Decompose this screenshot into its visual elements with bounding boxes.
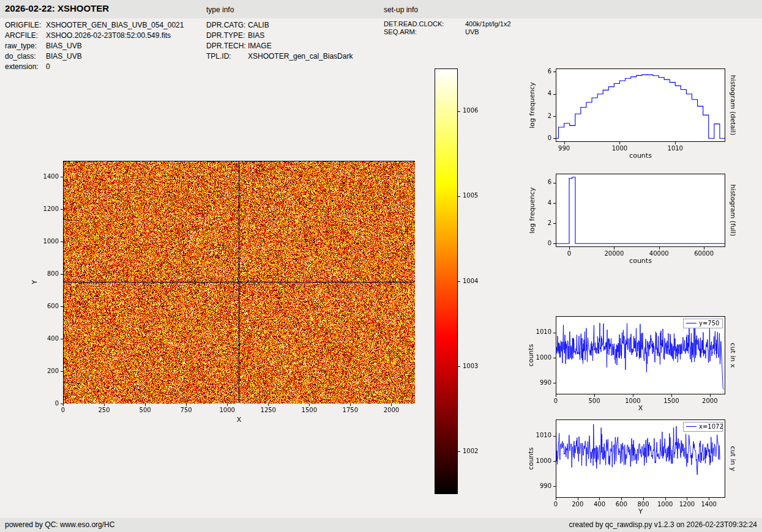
- page-title: 2026-02-22: XSHOOTER: [5, 3, 109, 13]
- metadata-label: SEQ.ARM:: [384, 28, 465, 36]
- metadata-label: DPR.TECH:: [206, 41, 248, 51]
- metadata-label: TPL.ID:: [206, 51, 248, 62]
- metadata-label: ORIGFILE:: [5, 20, 46, 31]
- metadata-label: do_class:: [5, 51, 46, 62]
- metadata-label: DET.READ.CLOCK:: [384, 20, 465, 28]
- metadata-label: ARCFILE:: [5, 31, 46, 41]
- metadata-label: DPR.CATG:: [206, 20, 248, 31]
- metadata-value: BIAS: [248, 31, 264, 40]
- cut-in-y-plot: [520, 410, 762, 518]
- metadata-value: 0: [46, 62, 50, 71]
- metadata-value: 400k/1pt/lg/1x2: [465, 20, 511, 28]
- type-info-block: DPR.CATG:CALIB DPR.TYPE:BIAS DPR.TECH:IM…: [206, 20, 353, 62]
- metadata-value: BIAS_UVB: [46, 42, 82, 50]
- metadata-row: DPR.CATG:CALIB: [206, 20, 353, 31]
- metadata-row: raw_type:BIAS_UVB: [5, 41, 184, 51]
- metadata-value: BIAS_UVB: [46, 52, 82, 61]
- metadata-row: do_class:BIAS_UVB: [5, 51, 184, 62]
- metadata-row: DPR.TYPE:BIAS: [206, 31, 353, 41]
- metadata-value: XSHOO.2026-02-23T08:52:00.549.fits: [46, 31, 171, 40]
- metadata-value: IMAGE: [248, 42, 272, 50]
- metadata-row: ARCFILE:XSHOO.2026-02-23T08:52:00.549.fi…: [5, 31, 184, 41]
- metadata-row: TPL.ID:XSHOOTER_gen_cal_BiasDark: [206, 51, 353, 62]
- footer-left-text: powered by QC: www.eso.org/HC: [5, 520, 114, 529]
- metadata-label: DPR.TYPE:: [206, 31, 248, 41]
- metadata-row: extension:0: [5, 62, 184, 72]
- header-bar: 2026-02-22: XSHOOTER type info set-up in…: [0, 0, 762, 18]
- metadata-label: extension:: [5, 62, 46, 72]
- metadata-label: raw_type:: [5, 41, 46, 51]
- metadata-row: DPR.TECH:IMAGE: [206, 41, 353, 51]
- metadata-value: UVB: [465, 28, 479, 35]
- metadata-value: XSHOOTER_gen_cal_BiasDark: [248, 52, 353, 61]
- metadata-value: XSHOOTER_GEN_BIAS_UVB_054_0021: [46, 21, 184, 29]
- file-info-block: ORIGFILE:XSHOOTER_GEN_BIAS_UVB_054_0021 …: [5, 20, 184, 72]
- histogram-detail-plot: [520, 59, 762, 170]
- metadata-row: ORIGFILE:XSHOOTER_GEN_BIAS_UVB_054_0021: [5, 20, 184, 31]
- qc-report-page: 2026-02-22: XSHOOTER type info set-up in…: [0, 0, 762, 532]
- setup-info-heading: set-up info: [384, 6, 418, 14]
- metadata-row: DET.READ.CLOCK:400k/1pt/lg/1x2: [384, 20, 511, 28]
- footer-bar: powered by QC: www.eso.org/HC created by…: [0, 518, 762, 532]
- setup-info-block: DET.READ.CLOCK:400k/1pt/lg/1x2 SEQ.ARM:U…: [384, 20, 511, 36]
- metadata-row: SEQ.ARM:UVB: [384, 28, 511, 36]
- type-info-heading: type info: [206, 6, 234, 14]
- histogram-full-plot: [520, 164, 762, 275]
- footer-right-text: created by qc_rawdisp.py v1.2.3 on 2026-…: [569, 520, 757, 529]
- metadata-value: CALIB: [248, 21, 269, 29]
- cut-in-x-plot: [520, 306, 762, 421]
- bias-image-plot: [18, 152, 435, 439]
- colorbar: [425, 61, 499, 503]
